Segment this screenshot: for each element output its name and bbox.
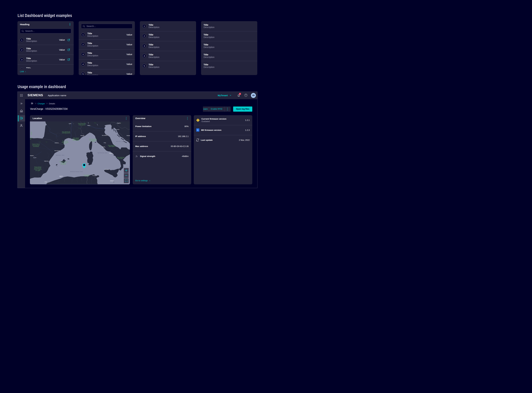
svg-text:Sarajev: Sarajev [127, 135, 130, 136]
svg-text:na: na [31, 132, 32, 133]
svg-text:Parco Nazionale: Parco Nazionale [108, 145, 116, 146]
svg-text:de la Sierra de: de la Sierra de [33, 145, 39, 146]
svg-text:Zagreb: Zagreb [117, 123, 120, 124]
svg-text:Italy: Italy [104, 142, 106, 143]
svg-text:Cévennes (cœur): Cévennes (cœur) [62, 132, 70, 134]
svg-text:del Pollino: del Pollino [118, 158, 123, 159]
svg-text:Parc naturel: Parc naturel [73, 138, 79, 139]
svg-text:Parc naturel: Parc naturel [62, 141, 68, 142]
svg-text:y las Villas: y las Villas [35, 170, 40, 171]
svg-text:Milan: Milan [88, 125, 90, 126]
svg-text:Lyon: Lyon [69, 123, 71, 124]
svg-text:Parco Nazionale: Parco Nazionale [117, 157, 125, 158]
svg-text:Valencia: Valencia [44, 161, 49, 162]
svg-text:de: de [31, 133, 32, 134]
svg-text:Mediterranean Sea: Mediterranean Sea [70, 171, 83, 172]
svg-text:Balearic Sea: Balearic Sea [56, 155, 64, 156]
svg-text:d'El Kala: d'El Kala [85, 176, 89, 177]
svg-text:Parc national des: Parc national des [62, 131, 70, 132]
svg-text:la Demanda: la Demanda [33, 146, 39, 147]
svg-text:Oran: Oran [45, 181, 47, 183]
svg-text:Toscano: Toscano [91, 141, 95, 142]
svg-text:du Lion: du Lion [63, 143, 67, 144]
svg-text:Ionian: Ionian [129, 166, 130, 167]
svg-text:Adriatic Sea: Adriatic Sea [116, 141, 124, 142]
svg-text:Parc National: Parc National [84, 175, 90, 176]
svg-text:ional: ional [30, 138, 32, 139]
svg-text:Rome: Rome [102, 146, 105, 148]
svg-text:Tyrrhenian Sea: Tyrrhenian Sea [98, 152, 108, 154]
svg-text:Algiers: Algiers [59, 176, 63, 177]
svg-text:Parco Nazionale: Parco Nazionale [78, 123, 86, 124]
svg-text:Madrid: Madrid [30, 155, 34, 156]
svg-text:Parc Nacional de: Parc Nacional de [59, 162, 67, 162]
svg-text:Monaco: Monaco [80, 135, 84, 136]
svg-text:Andorra: Andorra [55, 142, 59, 143]
svg-text:marin du Golfe: marin du Golfe [62, 142, 69, 143]
svg-text:de: de [30, 139, 31, 140]
svg-text:Palermo: Palermo [105, 169, 109, 170]
svg-text:de Cabrera: de Cabrera [61, 164, 66, 165]
svg-text:Tunis: Tunis [92, 175, 95, 177]
svg-text:Sainte-Baume: Sainte-Baume [73, 140, 79, 141]
svg-text:San Marino: San Marino [102, 135, 108, 136]
svg-text:Valletta: Valletta [110, 180, 114, 182]
svg-text:della Majella: della Majella [109, 146, 115, 147]
svg-text:Spain: Spain [33, 157, 36, 158]
svg-text:Parco Nazionale: Parco Nazionale [89, 139, 97, 140]
svg-text:Naples: Naples [109, 153, 113, 154]
svg-text:Croatia: Croatia [115, 129, 119, 130]
svg-text:Gran Paradiso: Gran Paradiso [79, 124, 85, 126]
svg-text:de la Sierra de: de la Sierra de [34, 167, 41, 169]
svg-text:ho: ho [31, 134, 32, 135]
svg-text:Barcelona: Barcelona [54, 150, 60, 152]
